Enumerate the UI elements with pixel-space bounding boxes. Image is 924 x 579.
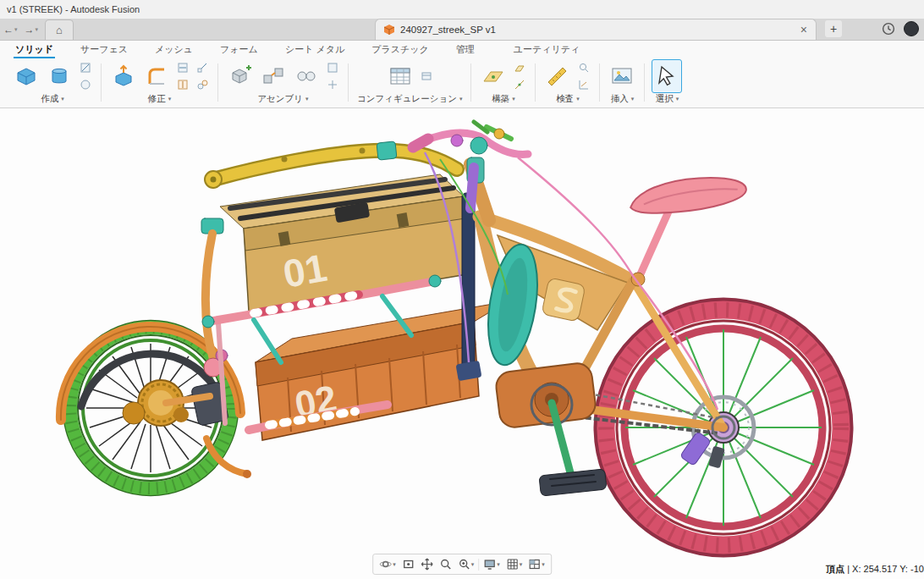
inspect-small-tool-1[interactable] <box>575 60 592 76</box>
create-sketch-button[interactable] <box>11 59 41 93</box>
modify-small-tool-4[interactable] <box>194 77 211 93</box>
document-tab[interactable]: 240927_streek_SP v1 × <box>375 19 817 40</box>
chevron-down-icon: ▾ <box>542 561 545 568</box>
construct-group-dropdown[interactable]: 構築 ▾ <box>490 93 517 108</box>
ribbon-group-construct: 構築 ▾ <box>474 59 532 106</box>
assemble-small-tool-2[interactable] <box>324 77 341 93</box>
insert-group-dropdown[interactable]: 挿入 ▾ <box>609 93 636 108</box>
look-at-button[interactable] <box>400 556 416 572</box>
press-pull-icon <box>112 64 135 88</box>
press-pull-button[interactable] <box>108 59 139 93</box>
tab-form[interactable]: フォーム <box>218 41 260 58</box>
ribbon-tab-bar: ソリッド サーフェス メッシュ フォーム シート メタル プラスチック 管理 ユ… <box>0 41 924 58</box>
display-settings-icon <box>483 558 496 571</box>
small-tool-icon <box>196 62 208 74</box>
modify-small-tool-3[interactable] <box>194 60 211 76</box>
close-tab-button[interactable]: × <box>797 24 811 36</box>
back-button[interactable]: ← ▾ <box>0 20 21 39</box>
model-cargo-box-top[interactable]: 01 <box>220 174 467 312</box>
display-settings-button[interactable]: ▾ <box>481 556 502 572</box>
fit-button[interactable]: ▾ <box>456 556 476 572</box>
construct-small-tool-1[interactable] <box>511 60 528 76</box>
small-tool-icon <box>177 79 189 91</box>
create-group-dropdown[interactable]: 作成 ▾ <box>39 93 66 108</box>
measure-button[interactable] <box>542 59 573 93</box>
configuration-group-label: コンフィギュレーション <box>357 93 457 105</box>
model-saddle[interactable] <box>628 174 747 286</box>
zoom-icon <box>439 558 452 571</box>
new-component-button[interactable] <box>225 59 256 93</box>
create-sketch-icon <box>14 64 38 88</box>
chevron-down-icon: ▾ <box>631 96 635 102</box>
configuration-small-tool-1[interactable] <box>418 69 435 85</box>
insert-canvas-button[interactable] <box>607 59 637 93</box>
forward-button[interactable]: → ▾ <box>21 20 42 39</box>
small-tool-icon <box>327 79 338 91</box>
tab-sheet-metal[interactable]: シート メタル <box>283 41 346 58</box>
3d-model-canvas[interactable]: 02 01 <box>0 108 924 579</box>
inspect-group-dropdown[interactable]: 検査 ▾ <box>554 93 581 108</box>
viewports-button[interactable]: ▾ <box>526 556 547 572</box>
3d-viewport[interactable]: 02 01 <box>0 108 924 579</box>
small-tool-icon <box>327 62 338 74</box>
configuration-group-dropdown[interactable]: コンフィギュレーション ▾ <box>355 93 464 108</box>
measure-icon <box>546 64 569 88</box>
small-tool-icon <box>421 70 432 82</box>
create-small-tool-2[interactable] <box>77 77 94 93</box>
tab-manage[interactable]: 管理 <box>454 41 476 58</box>
create-solid-button[interactable] <box>44 59 74 93</box>
small-tool-icon <box>514 79 525 91</box>
tabstrip: ← ▾ → ▾ ⌂ 240927_streek_SP v1 × + <box>0 19 924 41</box>
small-tool-icon <box>578 62 590 74</box>
home-tab[interactable]: ⌂ <box>45 19 74 40</box>
ribbon-separator <box>599 63 600 102</box>
ribbon-group-create: 作成 ▾ <box>7 59 98 106</box>
assemble-small-tools <box>324 60 341 93</box>
tab-plastic[interactable]: プラスチック <box>370 41 431 58</box>
create-small-tools <box>77 60 94 93</box>
chevron-down-icon: ▾ <box>497 561 500 568</box>
zoom-button[interactable] <box>437 556 454 572</box>
create-small-tool-1[interactable] <box>77 60 94 76</box>
new-component-icon <box>228 64 252 88</box>
tab-utilities[interactable]: ユーティリティ <box>512 41 582 58</box>
rear-brake-caliper <box>679 432 711 466</box>
modify-small-tools-1 <box>174 60 191 93</box>
clock-icon <box>882 22 895 36</box>
grid-and-snaps-button[interactable]: ▾ <box>504 556 525 572</box>
fillet-button[interactable] <box>141 59 172 93</box>
inspect-small-tool-2[interactable] <box>575 77 592 93</box>
chevron-down-icon: ▾ <box>576 96 580 102</box>
chevron-down-icon: ▾ <box>512 96 515 102</box>
joint-button[interactable] <box>258 59 289 93</box>
tab-mesh[interactable]: メッシュ <box>153 41 195 58</box>
select-button[interactable] <box>652 59 682 93</box>
tab-surface[interactable]: サーフェス <box>79 41 129 58</box>
new-tab-button[interactable]: + <box>825 20 842 37</box>
ribbon-separator <box>348 63 349 102</box>
chevron-down-icon: ▾ <box>520 561 523 568</box>
tab-solid[interactable]: ソリッド <box>14 41 55 58</box>
profile-avatar-button[interactable] <box>904 21 919 36</box>
modify-group-dropdown[interactable]: 修正 ▾ <box>146 93 173 108</box>
modify-group-label: 修正 <box>148 93 166 105</box>
orbit-button[interactable]: ▾ <box>377 556 398 572</box>
ribbon-toolbar: 作成 ▾ <box>0 58 924 108</box>
construct-plane-button[interactable] <box>478 59 509 93</box>
model-motor[interactable] <box>494 361 597 428</box>
configure-button[interactable] <box>385 59 415 93</box>
recent-documents-button[interactable] <box>882 22 895 36</box>
modify-small-tool-1[interactable] <box>174 60 191 76</box>
rigid-group-icon <box>294 64 318 88</box>
modify-small-tool-2[interactable] <box>174 77 191 93</box>
pan-button[interactable] <box>419 556 435 572</box>
construct-small-tool-2[interactable] <box>511 77 528 93</box>
model-front-linkage[interactable] <box>166 218 251 478</box>
rigid-group-button[interactable] <box>291 59 322 93</box>
construct-plane-icon <box>481 64 505 88</box>
select-group-dropdown[interactable]: 選択 ▾ <box>654 93 681 108</box>
assemble-small-tool-1[interactable] <box>324 60 341 76</box>
assemble-group-dropdown[interactable]: アセンブリ ▾ <box>256 93 310 108</box>
orbit-icon <box>379 558 392 571</box>
ribbon-separator <box>217 63 218 102</box>
